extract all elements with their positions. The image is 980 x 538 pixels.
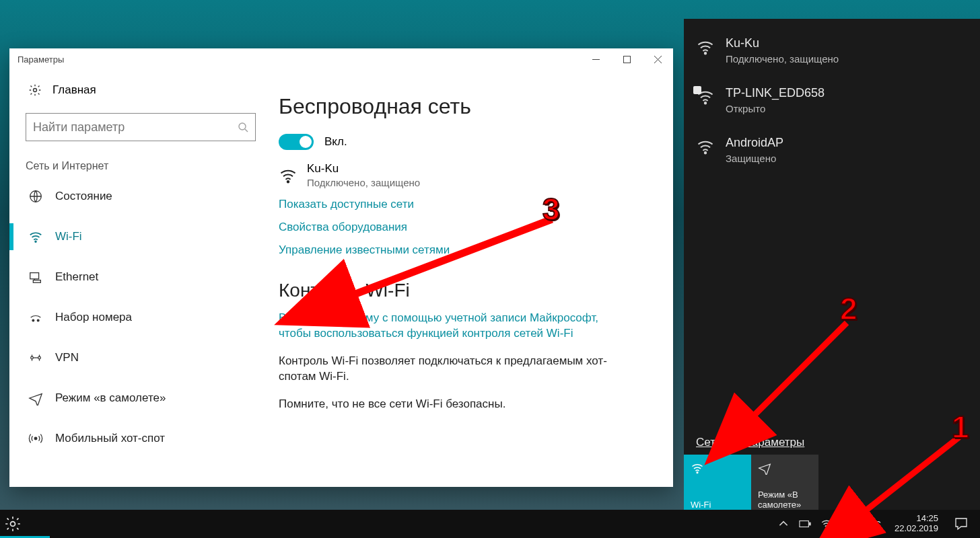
sidebar-item-label: Wi-Fi	[55, 230, 82, 243]
chevron-up-icon[interactable]	[777, 518, 790, 530]
sidebar-item-label: Набор номера	[55, 311, 132, 324]
tile-label: Режим «В самолете»	[758, 490, 812, 510]
search-input[interactable]	[33, 120, 238, 134]
sidebar-item-ethernet[interactable]: Ethernet	[9, 257, 272, 297]
search-input-wrap[interactable]	[26, 113, 256, 141]
ssid-name: Ku-Ku	[307, 162, 420, 176]
wifi-icon	[28, 229, 43, 244]
close-button[interactable]	[642, 48, 673, 70]
minimize-button[interactable]	[580, 48, 611, 70]
svg-rect-23	[800, 521, 809, 527]
sidebar-item-label: Ethernet	[55, 270, 98, 284]
wifi-toggle[interactable]	[279, 134, 314, 150]
network-name: AndroidAP	[726, 136, 783, 150]
svg-point-18	[705, 52, 706, 54]
svg-line-6	[245, 129, 248, 132]
sidebar-item-airplane[interactable]: Режим «в самолете»	[9, 378, 272, 418]
wifi-icon	[696, 137, 715, 156]
annotation-arrow-3	[316, 206, 565, 313]
sidebar-item-vpn[interactable]: VPN	[9, 338, 272, 378]
gear-icon	[28, 83, 42, 97]
window-title: Параметры	[18, 54, 64, 65]
sidebar-item-status[interactable]: Состояние	[9, 176, 272, 217]
svg-point-8	[35, 241, 36, 242]
network-name: Ku-Ku	[726, 36, 839, 50]
page-title: Беспроводная сеть	[279, 94, 656, 119]
sidebar-item-label: Режим «в самолете»	[55, 391, 166, 405]
globe-icon	[28, 189, 43, 204]
settings-taskbar-icon[interactable]	[4, 515, 22, 533]
sidebar: Главная Сеть и Интернет Состояние Wi-Fi …	[9, 70, 272, 487]
sidebar-item-label: Мобильный хот-спот	[55, 432, 165, 445]
svg-point-19	[705, 102, 706, 104]
battery-icon[interactable]	[799, 518, 811, 530]
svg-line-31	[343, 219, 552, 299]
svg-line-27	[858, 437, 959, 516]
network-item[interactable]: TP-LINK_EDD658 Открыто	[684, 75, 980, 125]
sidebar-item-hotspot[interactable]: Мобильный хот-спот	[9, 418, 272, 459]
annotation-arrow-1	[828, 430, 969, 538]
sidebar-item-dialup[interactable]: Набор номера	[9, 297, 272, 338]
wifi-icon	[279, 166, 298, 185]
sidebar-item-label: Состояние	[55, 190, 112, 203]
sidebar-home[interactable]: Главная	[9, 78, 272, 102]
wifi-sense-warning: Помните, что не все сети Wi-Fi безопасны…	[279, 397, 629, 412]
connected-network[interactable]: Ku-Ku Подключено, защищено	[279, 162, 656, 188]
wifi-shield-icon	[696, 87, 715, 106]
svg-point-17	[287, 181, 289, 182]
svg-point-16	[34, 437, 37, 440]
dialup-icon	[28, 310, 43, 325]
network-item[interactable]: Ku-Ku Подключено, защищено	[684, 26, 980, 75]
svg-rect-10	[33, 280, 40, 283]
svg-point-20	[705, 152, 706, 153]
sidebar-home-label: Главная	[53, 83, 96, 97]
vpn-icon	[28, 350, 43, 365]
ssid-status: Подключено, защищено	[307, 177, 420, 188]
svg-rect-1	[623, 56, 630, 63]
svg-point-14	[31, 356, 34, 359]
wifi-icon	[696, 38, 715, 56]
svg-rect-24	[809, 523, 810, 525]
svg-line-29	[747, 323, 847, 422]
airplane-icon	[758, 461, 771, 475]
network-status: Защищено	[726, 153, 783, 164]
network-status: Подключено, защищено	[726, 53, 839, 65]
hotspot-icon	[28, 431, 43, 446]
svg-point-15	[38, 356, 41, 359]
wifi-icon	[691, 461, 704, 475]
tile-wifi[interactable]: Wi-Fi	[684, 455, 751, 516]
network-status: Открыто	[726, 103, 825, 114]
svg-rect-9	[30, 273, 39, 279]
tile-label: Wi-Fi	[691, 500, 744, 510]
svg-point-4	[34, 89, 37, 92]
svg-point-12	[32, 319, 34, 321]
titlebar: Параметры	[9, 48, 673, 70]
sidebar-item-wifi[interactable]: Wi-Fi	[9, 217, 272, 257]
svg-point-25	[826, 527, 827, 529]
sidebar-category: Сеть и Интернет	[9, 145, 272, 176]
maximize-button[interactable]	[611, 48, 642, 70]
search-icon	[238, 122, 248, 132]
airplane-icon	[28, 391, 43, 406]
network-item[interactable]: AndroidAP Защищено	[684, 125, 980, 175]
svg-point-5	[239, 123, 246, 130]
network-name: TP-LINK_EDD658	[726, 86, 825, 100]
svg-point-13	[37, 319, 39, 321]
annotation-arrow-2	[707, 309, 862, 437]
ethernet-icon	[28, 270, 43, 284]
sidebar-item-label: VPN	[55, 351, 79, 364]
tile-airplane[interactable]: Режим «В самолете»	[751, 455, 818, 516]
wifi-toggle-label: Вкл.	[324, 135, 347, 149]
link-signin-microsoft[interactable]: Войдите в систему с помощью учетной запи…	[279, 311, 629, 342]
wifi-sense-description: Контроль Wi-Fi позволяет подключаться к …	[279, 354, 629, 385]
svg-point-22	[11, 522, 15, 527]
svg-point-21	[697, 472, 698, 473]
